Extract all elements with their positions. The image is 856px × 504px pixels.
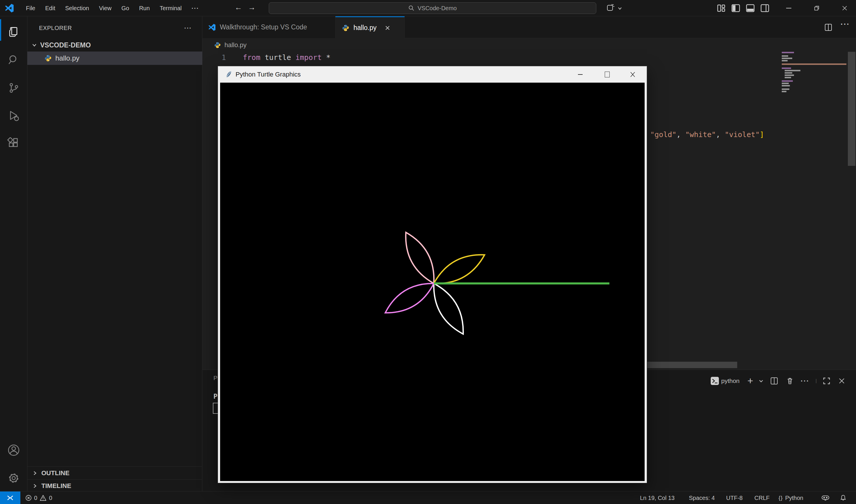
copilot-chevron-icon[interactable] [617,6,623,11]
turtle-window-titlebar[interactable]: Python Turtle Graphics [218,66,647,83]
file-row-hallo[interactable]: hallo.py [28,52,202,65]
copilot-icon[interactable] [606,3,615,12]
menu-selection[interactable]: Selection [60,5,94,12]
panel-tab-partial[interactable]: P [213,375,217,381]
copilot-status-icon[interactable] [821,491,829,504]
horizontal-scrollbar[interactable] [647,362,737,368]
chevron-down-icon [32,42,37,48]
turtle-close-button[interactable] [624,66,642,83]
code-line-1: from turtle import * [243,53,330,62]
error-icon [25,495,32,501]
explorer-sidebar: EXPLORER ··· VSCODE-DEMO hallo.py OUTLIN… [28,16,202,491]
turtle-window-title: Python Turtle Graphics [235,71,301,78]
vscode-window: File Edit Selection View Go Run Terminal… [0,0,856,504]
warning-icon [40,495,47,501]
tab-close-icon[interactable] [385,25,390,31]
remote-icon [6,494,14,502]
menu-bar: File Edit Selection View Go Run Terminal… [21,0,204,16]
window-minimize-button[interactable] [779,0,799,16]
command-center-search[interactable]: VSCode-Demo [269,2,596,14]
menu-run[interactable]: Run [134,5,155,12]
turtle-canvas [220,83,645,481]
toggle-secondary-sidebar-icon[interactable] [761,4,769,13]
nav-back-icon[interactable]: ← [235,3,242,12]
terminal-label[interactable]: python [721,374,739,387]
menu-view[interactable]: View [94,5,117,12]
turtle-drawing [220,83,645,481]
maximize-panel-icon[interactable] [821,374,832,387]
python-file-icon [214,42,221,49]
cursor-position[interactable]: Ln 19, Col 13 [640,491,675,504]
python-file-icon [342,24,349,32]
extensions-icon[interactable] [0,130,28,158]
menu-terminal[interactable]: Terminal [155,5,187,12]
sidebar-more-icon[interactable]: ··· [184,25,192,32]
editor-more-actions-icon[interactable]: ··· [841,20,850,29]
source-control-icon[interactable] [0,74,28,102]
menu-file[interactable]: File [21,5,40,12]
title-bar: File Edit Selection View Go Run Terminal… [0,0,856,16]
chevron-right-icon [32,483,38,489]
problems-status[interactable]: 0 0 [25,491,52,504]
run-debug-icon[interactable] [0,102,28,129]
folder-header[interactable]: VSCODE-DEMO [28,39,202,52]
editor-tab-bar: Walkthrough: Setup VS Code hallo.py ··· [202,16,856,38]
close-panel-icon[interactable] [837,374,847,387]
customize-layout-icon[interactable] [717,4,726,13]
python-feather-icon [225,71,233,78]
minimap[interactable] [782,52,848,139]
vscode-logo-icon [5,3,14,13]
kill-terminal-icon[interactable] [785,374,795,387]
python-file-icon [44,54,52,62]
outline-section[interactable]: OUTLINE [28,466,202,479]
nav-forward-icon[interactable]: → [248,3,256,12]
menu-more[interactable]: ··· [187,5,204,12]
tab-walkthrough[interactable]: Walkthrough: Setup VS Code [202,16,335,38]
breadcrumb-file[interactable]: hallo.py [225,41,247,49]
split-editor-icon[interactable] [824,23,833,32]
turtle-minimize-button[interactable] [572,66,589,83]
eol-sequence[interactable]: CRLF [754,491,770,504]
sidebar-title: EXPLORER [39,25,72,32]
language-mode[interactable]: {}Python [779,491,803,504]
toolbar-separator: | [815,374,817,387]
explorer-icon[interactable] [0,19,28,46]
timeline-section[interactable]: TIMELINE [28,479,202,492]
activity-bar [0,16,28,491]
breadcrumb[interactable]: hallo.py [202,38,856,52]
toggle-panel-icon[interactable] [746,4,755,13]
new-terminal-icon[interactable]: + [745,374,756,387]
vscode-logo-icon [208,23,216,31]
search-placeholder: VSCode-Demo [418,5,457,12]
menu-go[interactable]: Go [117,5,134,12]
window-restore-button[interactable] [806,0,827,16]
terminal-dropdown-icon[interactable] [757,374,766,387]
account-icon[interactable] [0,436,28,464]
settings-gear-icon[interactable] [0,464,28,492]
chevron-right-icon [32,470,38,476]
search-sidebar-icon[interactable] [0,46,28,74]
indentation[interactable]: Spaces: 4 [689,491,715,504]
toggle-sidebar-icon[interactable] [731,4,740,13]
turtle-graphics-window[interactable]: Python Turtle Graphics [218,66,647,483]
terminal-process-icon [710,374,720,387]
terminal-text-partial: P [213,393,217,400]
remote-indicator[interactable] [0,491,20,504]
split-terminal-icon[interactable] [769,374,780,387]
window-close-button[interactable] [835,0,855,16]
turtle-maximize-button[interactable] [598,66,616,83]
search-icon [408,5,415,11]
menu-edit[interactable]: Edit [40,5,60,12]
status-bar: 0 0 Ln 19, Col 13 Spaces: 4 UTF-8 CRLF {… [0,491,856,504]
line-number: 1 [202,53,226,62]
panel-more-actions-icon[interactable]: ··· [799,374,811,387]
tab-hallo-active[interactable]: hallo.py [335,16,405,38]
encoding[interactable]: UTF-8 [726,491,743,504]
vertical-scrollbar[interactable] [848,52,855,166]
code-fragment-right: "gold", "white", "violet"] [650,130,764,139]
notifications-bell-icon[interactable] [840,491,847,504]
